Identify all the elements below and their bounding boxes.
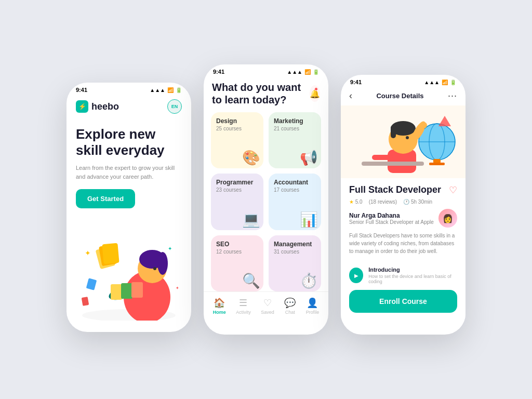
category-seo-count: 12 courses <box>216 249 258 255</box>
back-button[interactable]: ‹ <box>349 90 352 101</box>
lesson-desc-1: How to set the device and learn basic of… <box>368 274 457 284</box>
category-programmer[interactable]: Programmer 23 courses 💻 <box>211 174 263 230</box>
category-management-icon: ⏱️ <box>300 272 318 289</box>
illustration-svg: ✦ ✦ ✦ <box>66 217 191 321</box>
signal-icons-3: ▲▲▲ 📶 🔋 <box>424 79 456 85</box>
phone2-page-title: What do you want to learn today? <box>212 81 310 106</box>
category-programmer-label: Programmer <box>216 179 258 186</box>
logo-text: heebo <box>91 101 119 112</box>
svg-rect-32 <box>372 155 393 160</box>
nav-profile[interactable]: 👤 Profile <box>306 297 320 315</box>
battery-icon-3: 🔋 <box>450 79 456 85</box>
category-design-count: 25 courses <box>216 126 258 131</box>
activity-icon: ☰ <box>239 297 247 309</box>
chat-icon: 💬 <box>284 297 296 309</box>
course-banner <box>341 105 466 178</box>
lesson-info-1: Introducing How to set the device and le… <box>368 267 457 284</box>
notification-button[interactable]: 🔔 <box>310 85 320 102</box>
svg-point-7 <box>157 252 168 275</box>
svg-rect-28 <box>391 125 396 138</box>
hero-subtitle: Learn from the expert to grow your skill… <box>76 164 182 181</box>
signal-icon-3: ▲▲▲ <box>424 79 440 85</box>
phone-course-detail: 9:41 ▲▲▲ 📶 🔋 ‹ Course Details ··· <box>341 75 466 335</box>
bottom-navigation: 🏠 Home ☰ Activity ♡ Saved 💬 Chat 👤 <box>204 291 328 321</box>
time-1: 9:41 <box>76 87 87 93</box>
course-title-row: Full Stack Developer ♡ <box>349 184 457 196</box>
svg-rect-3 <box>102 243 119 264</box>
svg-rect-12 <box>131 282 143 298</box>
nav-saved[interactable]: ♡ Saved <box>261 297 274 315</box>
reviews-count: (18 reviews) <box>369 199 397 205</box>
nav-chat[interactable]: 💬 Chat <box>284 297 296 315</box>
get-started-button[interactable]: Get Started <box>76 189 135 208</box>
course-meta: ★ 5.0 (18 reviews) 🕐 5h 30min <box>349 199 457 205</box>
hero-title: Explore new skill everyday <box>76 126 182 158</box>
course-info: Full Stack Developer ♡ ★ 5.0 (18 reviews… <box>341 178 466 262</box>
profile-icon: 👤 <box>307 297 318 309</box>
instructor-info: Nur Arga Dahana Senior Full Stack Develo… <box>349 212 434 225</box>
category-design-label: Design <box>216 117 258 125</box>
wifi-icon: 📶 <box>167 87 174 93</box>
nav-profile-label: Profile <box>306 310 320 315</box>
hero-illustration: ✦ ✦ ✦ <box>66 217 191 321</box>
nav-saved-label: Saved <box>261 310 274 315</box>
category-management-count: 31 courses <box>274 249 316 255</box>
category-design[interactable]: Design 25 courses 🎨 <box>211 112 263 168</box>
duration: 🕐 5h 30min <box>403 199 432 205</box>
course-instructor: Nur Arga Dahana Senior Full Stack Develo… <box>349 209 457 228</box>
category-marketing-icon: 📢 <box>300 149 318 166</box>
category-marketing[interactable]: Marketing 21 courses 📢 <box>269 112 321 168</box>
category-seo-label: SEO <box>216 241 258 248</box>
svg-point-8 <box>153 267 156 270</box>
category-accountant-label: Accountant <box>274 179 316 186</box>
category-seo-icon: 🔍 <box>242 272 260 289</box>
nav-activity-label: Activity <box>236 310 251 315</box>
phones-container: 9:41 ▲▲▲ 📶 🔋 ⚡ heebo EN Explore new skil… <box>51 44 481 355</box>
category-management-label: Management <box>274 241 316 248</box>
play-button-1[interactable]: ▶ <box>349 268 363 283</box>
enroll-button[interactable]: Enroll Course <box>349 290 457 313</box>
more-options-button[interactable]: ··· <box>448 90 457 101</box>
wifi-icon-2: 📶 <box>304 69 311 75</box>
enroll-bar: Enroll Course <box>341 285 466 321</box>
category-marketing-count: 21 courses <box>274 126 316 131</box>
time-3: 9:41 <box>350 79 362 85</box>
phone1-hero: Explore new skill everyday Learn from th… <box>66 118 191 212</box>
category-management[interactable]: Management 31 courses ⏱️ <box>269 235 321 291</box>
nav-activity[interactable]: ☰ Activity <box>236 297 251 315</box>
nav-chat-label: Chat <box>285 310 295 315</box>
category-accountant[interactable]: Accountant 17 courses 📊 <box>269 174 321 230</box>
phone-home: 9:41 ▲▲▲ 📶 🔋 What do you want to learn t… <box>204 64 328 335</box>
category-design-icon: 🎨 <box>242 149 260 166</box>
logo: ⚡ heebo <box>76 100 119 113</box>
course-title: Full Stack Developer <box>349 184 445 196</box>
svg-rect-10 <box>111 284 122 300</box>
svg-point-31 <box>421 122 427 128</box>
phone-onboarding: 9:41 ▲▲▲ 📶 🔋 ⚡ heebo EN Explore new skil… <box>66 83 191 332</box>
phone2-content: What do you want to learn today? 🔔 Desig… <box>204 77 328 321</box>
favorite-button[interactable]: ♡ <box>449 184 457 196</box>
course-detail-title: Course Details <box>376 92 423 100</box>
category-programmer-icon: 💻 <box>242 211 260 228</box>
svg-text:✦: ✦ <box>85 249 91 257</box>
svg-rect-23 <box>433 159 441 163</box>
home-icon: 🏠 <box>214 297 225 309</box>
instructor-name: Nur Arga Dahana <box>349 212 434 219</box>
status-bar-1: 9:41 ▲▲▲ 📶 🔋 <box>66 83 191 95</box>
svg-rect-11 <box>121 283 132 299</box>
svg-text:✦: ✦ <box>176 286 179 290</box>
svg-text:✦: ✦ <box>168 246 172 251</box>
category-accountant-count: 17 courses <box>274 187 316 193</box>
battery-icon: 🔋 <box>176 87 182 93</box>
signal-icon-2: ▲▲▲ <box>287 69 302 75</box>
phone3-header: ‹ Course Details ··· <box>341 87 466 105</box>
category-seo[interactable]: SEO 12 courses 🔍 <box>211 235 263 291</box>
wifi-icon-3: 📶 <box>442 79 448 85</box>
instructor-role: Senior Full Stack Developer at Apple <box>349 219 434 225</box>
star-icon: ★ 5.0 <box>349 199 363 205</box>
category-accountant-icon: 📊 <box>300 211 318 228</box>
phone1-header: ⚡ heebo EN <box>66 95 191 118</box>
language-badge[interactable]: EN <box>167 99 182 114</box>
nav-home[interactable]: 🏠 Home <box>213 297 226 315</box>
notification-dot <box>314 87 318 91</box>
